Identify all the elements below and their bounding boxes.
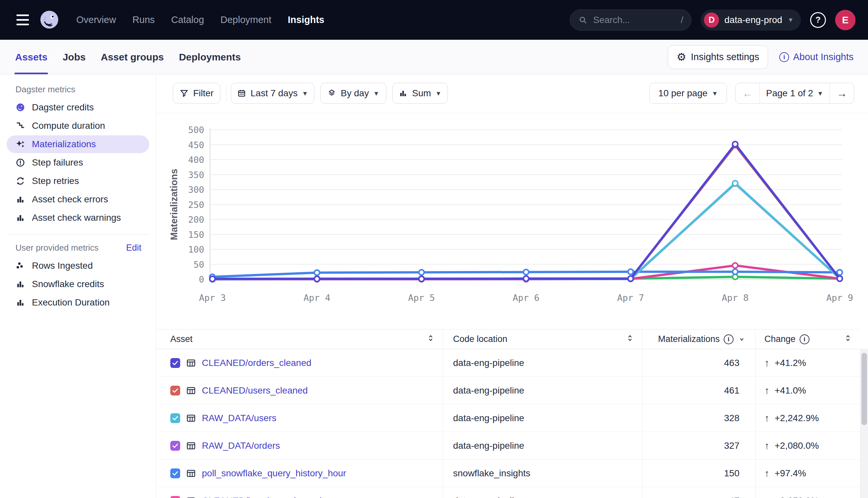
sidebar-item-asset-check-errors[interactable]: Asset check errors bbox=[7, 191, 149, 208]
row-checkbox[interactable] bbox=[170, 358, 180, 368]
chevron-down-icon[interactable] bbox=[738, 335, 746, 344]
column-header-change: Change bbox=[764, 334, 796, 344]
sidebar-item-step-failures[interactable]: Step failures bbox=[7, 154, 149, 171]
nav-item-runs[interactable]: Runs bbox=[132, 14, 155, 25]
svg-text:150: 150 bbox=[188, 230, 204, 240]
materializations-cell: 328 bbox=[642, 404, 755, 432]
sort-icon[interactable] bbox=[626, 334, 634, 344]
toolbar-divider bbox=[226, 85, 227, 102]
nav-item-deployment[interactable]: Deployment bbox=[221, 14, 271, 25]
change-value: +2,242.9% bbox=[775, 413, 819, 423]
svg-text:Apr 8: Apr 8 bbox=[722, 293, 748, 303]
change-value: +41.2% bbox=[775, 358, 806, 368]
table-row: CLEANED/users_cleaneddata-eng-pipeline46… bbox=[157, 377, 860, 404]
date-range-button[interactable]: Last 7 days ▼ bbox=[231, 83, 314, 104]
asset-link[interactable]: CLEANED/users_cleaned bbox=[202, 385, 308, 396]
change-cell: ↑+2,250.0% bbox=[755, 487, 860, 498]
page-selector[interactable]: Page 1 of 2 ▼ bbox=[760, 83, 830, 104]
table-row: RAW_DATA/usersdata-eng-pipeline328↑+2,24… bbox=[157, 404, 860, 432]
materializations-cell: 47 bbox=[642, 487, 755, 498]
sidebar-item-execution-duration[interactable]: Execution Duration bbox=[7, 294, 149, 311]
svg-text:Materializations: Materializations bbox=[169, 169, 179, 240]
retry-icon bbox=[15, 176, 25, 186]
tab-jobs[interactable]: Jobs bbox=[63, 40, 86, 74]
info-icon[interactable]: i bbox=[724, 335, 733, 344]
help-icon[interactable]: ? bbox=[810, 12, 826, 28]
scrollbar-thumb[interactable] bbox=[861, 353, 867, 425]
aggregation-button[interactable]: Sum ▼ bbox=[392, 83, 448, 104]
sidebar-item-materializations[interactable]: Materializations bbox=[7, 135, 149, 153]
svg-text:0: 0 bbox=[199, 274, 204, 285]
sidebar-item-snowflake-credits[interactable]: Snowflake credits bbox=[7, 275, 149, 293]
chevron-down-icon: ▼ bbox=[817, 90, 823, 96]
svg-text:250: 250 bbox=[188, 200, 204, 210]
up-arrow-icon: ↑ bbox=[764, 357, 769, 369]
asset-link[interactable]: RAW_DATA/orders bbox=[202, 441, 280, 451]
row-checkbox[interactable] bbox=[170, 441, 180, 451]
org-name: data-eng-prod bbox=[724, 15, 782, 25]
dots-icon bbox=[15, 261, 25, 271]
tab-assets[interactable]: Assets bbox=[15, 40, 47, 74]
calendar-icon bbox=[237, 89, 246, 98]
table-asset-icon bbox=[186, 441, 196, 451]
bar-chart-icon bbox=[398, 89, 408, 98]
nav-item-overview[interactable]: Overview bbox=[76, 14, 116, 25]
asset-link[interactable]: CLEANED/locations_cleaned bbox=[202, 496, 321, 498]
sort-icon[interactable] bbox=[426, 334, 435, 344]
sidebar-item-label: Compute duration bbox=[32, 120, 105, 131]
table-asset-icon bbox=[186, 413, 196, 423]
sidebar-item-rows-ingested[interactable]: Rows Ingested bbox=[7, 257, 149, 275]
table-asset-icon bbox=[186, 358, 196, 368]
column-header-asset: Asset bbox=[170, 334, 193, 344]
sidebar-item-dagster-credits[interactable]: Dagster credits bbox=[7, 99, 149, 116]
nav-item-insights[interactable]: Insights bbox=[288, 14, 324, 25]
chevron-down-icon: ▼ bbox=[373, 90, 380, 96]
tab-asset-groups[interactable]: Asset groups bbox=[101, 40, 164, 74]
org-avatar: D bbox=[704, 12, 719, 28]
sidebar-item-step-retries[interactable]: Step retries bbox=[7, 172, 149, 190]
search-input[interactable]: Search... / bbox=[570, 10, 691, 30]
edit-metrics-link[interactable]: Edit bbox=[126, 243, 141, 253]
menu-icon[interactable] bbox=[16, 14, 29, 25]
next-page-button[interactable]: → bbox=[830, 83, 854, 104]
table-scrollbar[interactable] bbox=[860, 349, 868, 498]
nav-item-catalog[interactable]: Catalog bbox=[171, 14, 204, 25]
asset-link[interactable]: CLEANED/orders_cleaned bbox=[202, 358, 311, 368]
sort-icon[interactable] bbox=[844, 334, 852, 344]
row-checkbox[interactable] bbox=[170, 496, 180, 498]
code-location-cell: data-eng-pipeline bbox=[443, 432, 642, 459]
about-insights-link[interactable]: i About Insights bbox=[779, 52, 854, 62]
svg-text:400: 400 bbox=[188, 155, 204, 165]
sidebar-item-asset-check-warnings[interactable]: Asset check warnings bbox=[7, 209, 149, 227]
insights-settings-button[interactable]: ⚙ Insights settings bbox=[668, 45, 768, 69]
asset-link[interactable]: poll_snowflake_query_history_hour bbox=[202, 468, 346, 479]
per-page-button[interactable]: 10 per page ▼ bbox=[649, 83, 727, 104]
filter-button[interactable]: Filter bbox=[173, 83, 220, 104]
bars-icon bbox=[15, 298, 25, 307]
sidebar-item-compute-duration[interactable]: Compute duration bbox=[7, 117, 149, 135]
change-value: +2,080.0% bbox=[775, 441, 819, 451]
granularity-button[interactable]: By day ▼ bbox=[320, 83, 386, 104]
dagster-logo-icon[interactable] bbox=[38, 9, 61, 31]
previous-page-button[interactable]: ← bbox=[736, 83, 760, 104]
sidebar-item-label: Asset check warnings bbox=[32, 212, 121, 223]
code-location-cell: data-eng-pipeline bbox=[443, 349, 642, 377]
change-cell: ↑+41.2% bbox=[755, 349, 860, 377]
org-switcher[interactable]: D data-eng-prod ▼ bbox=[701, 10, 801, 30]
insights-sub-nav: AssetsJobsAsset groupsDeployments ⚙ Insi… bbox=[0, 40, 868, 75]
row-checkbox[interactable] bbox=[170, 413, 180, 423]
row-checkbox[interactable] bbox=[170, 469, 180, 478]
table-row: CLEANED/orders_cleaneddata-eng-pipeline4… bbox=[157, 349, 860, 377]
row-checkbox[interactable] bbox=[170, 386, 180, 395]
up-arrow-icon: ↑ bbox=[764, 385, 769, 396]
change-value: +41.0% bbox=[775, 385, 806, 396]
search-shortcut: / bbox=[681, 15, 684, 25]
info-icon[interactable]: i bbox=[800, 335, 809, 344]
table-row: poll_snowflake_query_history_hoursnowfla… bbox=[157, 460, 860, 487]
alert-icon bbox=[15, 158, 25, 168]
sparkles-icon bbox=[15, 139, 25, 149]
tab-deployments[interactable]: Deployments bbox=[179, 40, 241, 74]
asset-link[interactable]: RAW_DATA/users bbox=[202, 413, 277, 423]
metrics-sidebar: Dagster metrics Dagster creditsCompute d… bbox=[0, 75, 156, 498]
user-avatar[interactable]: E bbox=[835, 10, 855, 30]
